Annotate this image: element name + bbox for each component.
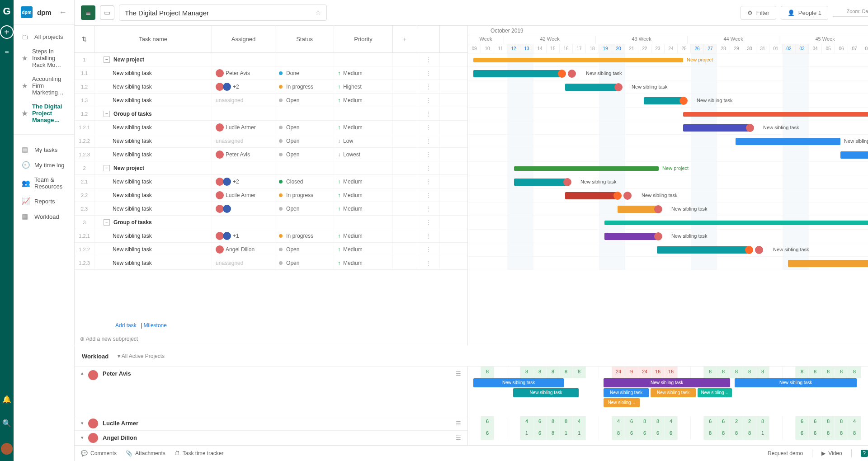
- workload-person-row[interactable]: ▾Angel Dillon☰: [75, 431, 467, 445]
- workload-cell[interactable]: [861, 416, 868, 428]
- assignee-avatar[interactable]: [746, 124, 754, 132]
- workload-cell[interactable]: [468, 428, 481, 440]
- task-row[interactable]: 1.2.3New sibling taskPeter AvisOpen↓Lowe…: [75, 148, 467, 161]
- comments-button[interactable]: 💬Comments: [81, 450, 117, 456]
- workload-cell[interactable]: 6: [533, 416, 547, 428]
- row-menu-icon[interactable]: ⋮: [417, 121, 440, 134]
- calendar-icon[interactable]: ☰: [456, 420, 461, 427]
- collapse-icon[interactable]: −: [104, 165, 110, 171]
- row-menu-icon[interactable]: ⋮: [417, 80, 440, 93]
- add-task-link[interactable]: Add task: [115, 322, 137, 329]
- workload-cell[interactable]: [783, 428, 796, 440]
- workload-filter[interactable]: ▾ All Active Projects: [118, 353, 165, 359]
- workload-cell[interactable]: 8: [651, 416, 665, 428]
- gantt-bar[interactable]: [604, 233, 657, 240]
- workload-cell[interactable]: 16: [651, 367, 665, 378]
- workload-cell[interactable]: [691, 367, 704, 378]
- workload-cell[interactable]: 8: [560, 367, 573, 378]
- col-status[interactable]: Status: [275, 26, 334, 52]
- gantt-bar[interactable]: [683, 112, 868, 117]
- chevron-icon[interactable]: ▾: [81, 435, 84, 441]
- all-projects[interactable]: 🗀 All projects: [14, 29, 74, 44]
- workload-cell[interactable]: 8: [547, 367, 560, 378]
- task-row[interactable]: 1.3New sibling taskunassignedOpen↑Medium…: [75, 94, 467, 107]
- row-menu-icon[interactable]: ⋮: [417, 134, 440, 147]
- workload-cell[interactable]: 1: [560, 428, 573, 440]
- gantt-bar[interactable]: [565, 84, 617, 91]
- demo-link[interactable]: Request demo: [768, 450, 803, 456]
- gantt-bar[interactable]: [788, 260, 868, 267]
- workload-cell[interactable]: 8: [573, 367, 586, 378]
- collapse-icon[interactable]: −: [104, 219, 110, 226]
- workload-cell[interactable]: 6: [809, 416, 822, 428]
- workload-cell[interactable]: 8: [547, 428, 560, 440]
- task-row[interactable]: 1.2−Group of tasks⋮: [75, 107, 467, 121]
- task-row[interactable]: 1.2.1New sibling taskLucile ArmerOpen↑Me…: [75, 121, 467, 134]
- col-assigned[interactable]: Assigned: [212, 26, 275, 52]
- calendar-icon[interactable]: ☰: [456, 370, 461, 377]
- workload-cell[interactable]: 8: [743, 367, 756, 378]
- workload-cell[interactable]: 8: [796, 367, 809, 378]
- nav-reports[interactable]: 📈Reports: [14, 193, 74, 209]
- star-icon[interactable]: ☆: [315, 9, 321, 17]
- row-menu-icon[interactable]: ⋮: [417, 175, 440, 188]
- workspace-name[interactable]: dpm: [37, 9, 52, 16]
- workload-cell[interactable]: [507, 428, 520, 440]
- workload-cell[interactable]: 8: [533, 367, 547, 378]
- gantt-bar[interactable]: [565, 192, 617, 199]
- workload-cell[interactable]: [468, 367, 481, 378]
- workload-cell[interactable]: 4: [573, 416, 586, 428]
- workload-cell[interactable]: 8: [835, 367, 848, 378]
- workload-cell[interactable]: [783, 367, 796, 378]
- board-view-button[interactable]: ▭: [100, 5, 114, 20]
- workload-bar[interactable]: New sibling task: [473, 378, 564, 387]
- workload-cell[interactable]: 4: [520, 416, 533, 428]
- assignee-avatar[interactable]: [563, 178, 571, 186]
- filter-button[interactable]: ⚙Filter: [741, 6, 776, 20]
- sort-icon[interactable]: ⇅: [75, 26, 94, 52]
- workload-cell[interactable]: 6: [704, 416, 717, 428]
- workload-cell[interactable]: 6: [638, 428, 651, 440]
- gantt-bar[interactable]: [514, 166, 659, 171]
- workload-cell[interactable]: 2: [743, 416, 756, 428]
- workload-cell[interactable]: 6: [625, 428, 638, 440]
- collapse-icon[interactable]: −: [104, 111, 110, 117]
- gantt-bar[interactable]: [473, 58, 683, 62]
- gantt-bar[interactable]: [657, 246, 749, 254]
- gantt-bar[interactable]: [514, 179, 566, 186]
- workload-cell[interactable]: [769, 428, 783, 440]
- workload-bar[interactable]: New sibling task: [735, 378, 857, 387]
- workload-cell[interactable]: 6: [481, 416, 494, 428]
- task-row[interactable]: 2−New project⋮: [75, 161, 467, 175]
- task-row[interactable]: 2.2New sibling taskLucile ArmerIn progre…: [75, 188, 467, 202]
- nav-workload[interactable]: ▦Workload: [14, 209, 74, 224]
- workload-cell[interactable]: 8: [704, 428, 717, 440]
- workload-cell[interactable]: 8: [822, 428, 835, 440]
- workload-cell[interactable]: 4: [848, 416, 861, 428]
- row-menu-icon[interactable]: ⋮: [417, 148, 440, 161]
- workload-bar[interactable]: New sibling task: [604, 378, 730, 387]
- row-menu-icon[interactable]: ⋮: [417, 256, 440, 269]
- workload-cell[interactable]: [599, 428, 612, 440]
- task-row[interactable]: 1−New project⋮: [75, 53, 467, 66]
- workload-cell[interactable]: 8: [822, 416, 835, 428]
- workload-cell[interactable]: [691, 428, 704, 440]
- workload-cell[interactable]: [861, 428, 868, 440]
- gantt-bar[interactable]: [618, 206, 657, 213]
- workload-cell[interactable]: 8: [848, 367, 861, 378]
- workload-cell[interactable]: 8: [520, 367, 533, 378]
- workload-cell[interactable]: 9: [625, 367, 638, 378]
- task-row[interactable]: 1.2New sibling task+2In progress↑Highest…: [75, 80, 467, 94]
- task-row[interactable]: 2.1New sibling task+2Closed↑Medium⋮: [75, 175, 467, 188]
- collapse-icon[interactable]: −: [104, 56, 110, 63]
- workload-cell[interactable]: [678, 367, 691, 378]
- workload-cell[interactable]: 1: [520, 428, 533, 440]
- chevron-icon[interactable]: ▴: [81, 370, 84, 376]
- task-row[interactable]: 1.2.2New sibling taskAngel DillonOpen↑Me…: [75, 243, 467, 256]
- starred-project[interactable]: ★Steps In Installing Rack Mo…: [14, 44, 74, 72]
- workload-cell[interactable]: 8: [822, 367, 835, 378]
- col-taskname[interactable]: Task name: [94, 26, 212, 52]
- assignee-avatar[interactable]: [755, 246, 763, 254]
- search-icon[interactable]: 🔍: [2, 419, 11, 428]
- add-subproject[interactable]: ⊕ Add a new subproject: [75, 332, 467, 346]
